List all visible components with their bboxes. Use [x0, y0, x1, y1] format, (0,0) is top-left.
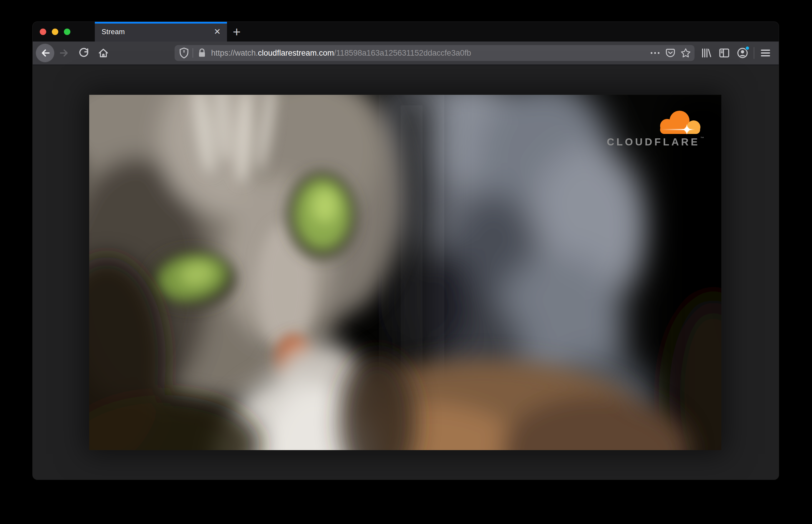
- plus-icon: +: [233, 24, 241, 40]
- zoom-window-button[interactable]: [64, 29, 70, 35]
- url-path: /118598a163a125631152ddaccfe3a0fb: [334, 49, 471, 58]
- window-controls: [40, 29, 70, 35]
- forward-icon: [59, 47, 70, 59]
- cloudflare-wordmark: CLOUDFLARE™: [604, 136, 704, 148]
- overflow-icon: [650, 51, 660, 54]
- back-circle: [36, 44, 54, 62]
- back-button[interactable]: [35, 43, 55, 63]
- urlbar-actions: [647, 46, 693, 60]
- close-icon: ✕: [214, 27, 221, 36]
- sidebar-icon: [718, 47, 730, 59]
- bookmark-star-button[interactable]: [678, 46, 693, 60]
- toolbar-divider: [754, 47, 754, 59]
- url-domain: cloudflarestream.com: [258, 49, 334, 58]
- address-bar[interactable]: https://watch.cloudflarestream.com/11859…: [175, 45, 695, 61]
- close-window-button[interactable]: [40, 29, 46, 35]
- reload-icon: [78, 47, 90, 59]
- url-scheme: https://watch.: [211, 49, 258, 58]
- lock-icon[interactable]: [197, 48, 207, 58]
- account-button[interactable]: [733, 43, 752, 63]
- home-button[interactable]: [94, 43, 113, 63]
- back-icon: [39, 47, 51, 59]
- trademark-symbol: ™: [700, 136, 704, 141]
- menu-icon: [760, 48, 771, 58]
- page-content: CLOUDFLARE™: [33, 65, 779, 479]
- url-text: https://watch.cloudflarestream.com/11859…: [211, 49, 471, 58]
- minimize-window-button[interactable]: [52, 29, 58, 35]
- new-tab-button[interactable]: +: [229, 25, 244, 39]
- navigation-toolbar: https://watch.cloudflarestream.com/11859…: [33, 42, 779, 65]
- cloudflare-brand-text: CLOUDFLARE: [607, 136, 700, 147]
- close-tab-button[interactable]: ✕: [211, 25, 224, 38]
- cloudflare-logo: CLOUDFLARE™: [604, 110, 704, 148]
- urlbar-divider: [193, 48, 193, 58]
- menu-button[interactable]: [756, 43, 775, 63]
- sidebar-toggle-button[interactable]: [715, 43, 733, 63]
- tab-bar: Stream ✕ +: [33, 22, 779, 42]
- tab-stream[interactable]: Stream ✕: [95, 22, 227, 42]
- library-button[interactable]: [697, 43, 715, 63]
- cat-video-frame: [89, 95, 721, 450]
- star-icon: [680, 47, 691, 59]
- save-to-pocket-button[interactable]: [663, 46, 678, 60]
- reload-button[interactable]: [74, 43, 94, 63]
- pocket-icon: [665, 48, 676, 58]
- account-notification-dot: [745, 46, 750, 50]
- shield-icon[interactable]: [179, 47, 189, 59]
- home-icon: [97, 47, 109, 59]
- tab-title: Stream: [101, 28, 125, 36]
- browser-window: Stream ✕ +: [33, 22, 779, 479]
- video-player[interactable]: CLOUDFLARE™: [89, 95, 721, 450]
- cloudflare-cloud-icon: [656, 110, 704, 134]
- page-actions-button[interactable]: [647, 46, 663, 60]
- library-icon: [700, 47, 712, 59]
- forward-button[interactable]: [55, 43, 74, 63]
